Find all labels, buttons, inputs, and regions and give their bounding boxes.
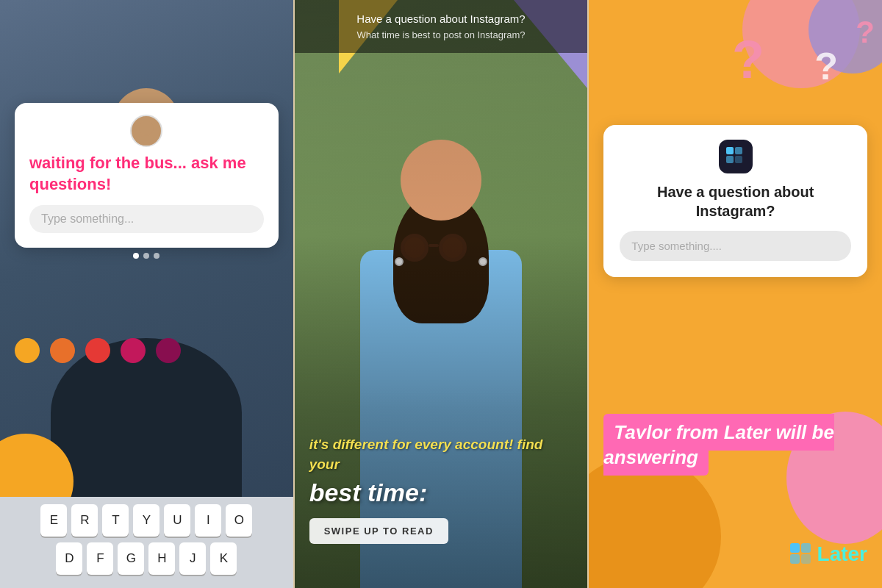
key-k[interactable]: K: [210, 542, 237, 575]
key-i[interactable]: I: [195, 504, 221, 537]
story-question-top: Have a question about Instagram?: [309, 12, 573, 26]
question-text-3: Have a question about Instagram?: [620, 182, 851, 220]
keyboard-row-2: D F G H J K: [4, 542, 289, 575]
taylor-text-container: Taylor from Later will be answering: [603, 420, 838, 470]
page-dot-1: [133, 253, 139, 259]
avatar-row: [29, 115, 264, 147]
key-e[interactable]: E: [40, 504, 67, 537]
svg-rect-2: [726, 147, 734, 154]
story-top-2: Have a question about Instagram? What ti…: [295, 0, 588, 53]
later-brand-svg: [789, 542, 814, 567]
key-f[interactable]: F: [87, 542, 113, 575]
color-dot-dark-pink[interactable]: [156, 338, 181, 363]
question-text-1: waiting for the bus... ask me questions!: [29, 153, 264, 195]
color-dot-red[interactable]: [85, 338, 110, 363]
question-box-3: Have a question about Instagram? Type so…: [603, 125, 867, 277]
story-question-sub: What time is best to post on Instagram?: [309, 29, 573, 42]
page-dot-2: [143, 253, 149, 259]
panel-1: waiting for the bus... ask me questions!…: [0, 0, 293, 588]
later-app-icon: [719, 140, 753, 173]
svg-rect-6: [790, 543, 800, 553]
story-italic-line: it's different for every account! find y…: [309, 435, 573, 474]
keyboard-row-1: E R T Y U I O: [4, 504, 289, 537]
question-mark-pink: ?: [732, 29, 764, 90]
svg-rect-5: [735, 156, 742, 163]
taylor-text: Taylor from Later will be answering: [603, 414, 834, 476]
color-dot-orange[interactable]: [50, 338, 75, 363]
story-bottom-2: it's different for every account! find y…: [309, 435, 573, 544]
question-mark-white: ?: [814, 44, 838, 88]
color-selector: [15, 338, 181, 363]
keyboard: E R T Y U I O D F G H J K: [0, 497, 293, 588]
svg-rect-9: [801, 554, 811, 564]
later-brand-icon: [789, 542, 813, 566]
later-brand: Later: [789, 542, 867, 566]
svg-rect-4: [726, 156, 734, 163]
later-logo-row: [620, 140, 851, 173]
key-t[interactable]: T: [102, 504, 129, 537]
later-icon-svg: [725, 146, 747, 168]
swipe-up-button[interactable]: SWIPE UP TO READ: [309, 518, 448, 544]
page-dot-3: [154, 253, 159, 259]
key-h[interactable]: H: [148, 542, 175, 575]
question-mark-small: ?: [856, 15, 875, 50]
panel-3: ? ? ? Have a question about Instagram? T…: [589, 0, 882, 588]
type-input-1[interactable]: Type something...: [29, 205, 264, 233]
svg-point-1: [136, 135, 157, 146]
key-j[interactable]: J: [179, 542, 206, 575]
color-dot-pink[interactable]: [121, 338, 146, 363]
panel-2: Have a question about Instagram? What ti…: [293, 0, 589, 588]
key-u[interactable]: U: [164, 504, 190, 537]
svg-point-0: [139, 121, 154, 135]
page-dots: [133, 253, 159, 259]
svg-rect-8: [790, 554, 800, 564]
question-box-1: waiting for the bus... ask me questions!…: [15, 103, 279, 248]
svg-rect-7: [801, 543, 811, 553]
svg-rect-3: [735, 147, 742, 154]
key-o[interactable]: O: [226, 504, 252, 537]
key-g[interactable]: G: [118, 542, 144, 575]
type-input-3[interactable]: Type something....: [620, 231, 851, 261]
avatar: [130, 115, 162, 147]
key-d[interactable]: D: [56, 542, 82, 575]
story-bold-time: best time:: [309, 479, 573, 506]
color-dot-yellow[interactable]: [15, 338, 40, 363]
key-r[interactable]: R: [71, 504, 98, 537]
later-brand-name: Later: [817, 542, 867, 566]
key-y[interactable]: Y: [133, 504, 159, 537]
